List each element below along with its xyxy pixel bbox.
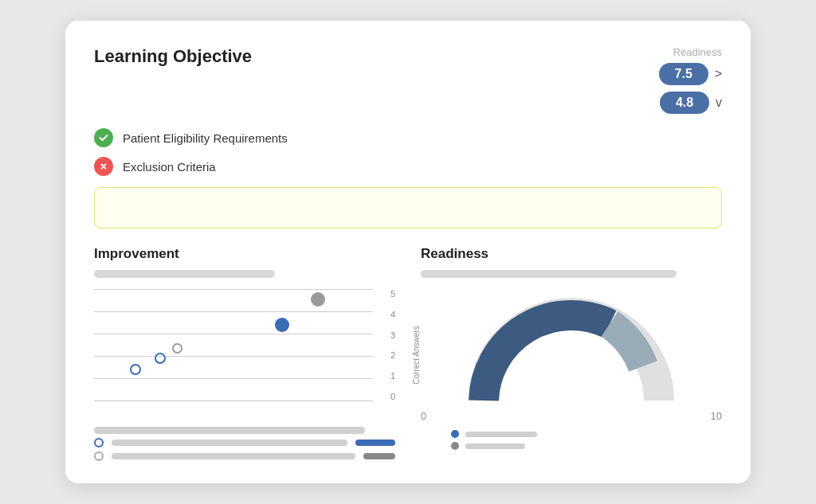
grid-line-4 (94, 311, 373, 312)
legend-bar-gray (112, 453, 355, 459)
y-label-2: 2 (390, 350, 395, 360)
improvement-bar-placeholder (94, 270, 275, 278)
readiness-bar-placeholder (421, 270, 677, 278)
rl-line-blue (465, 432, 537, 437)
criteria-item-exclusion: Exclusion Criteria (94, 157, 722, 176)
chevron-down-icon[interactable]: v (716, 96, 722, 110)
grid-line-1 (94, 378, 373, 379)
readiness-badge-2: 4.8 (660, 92, 709, 114)
rl-dot-blue (451, 430, 459, 438)
page-title: Learning Objective (94, 46, 252, 67)
readiness-legend (451, 430, 537, 450)
check-icon (94, 128, 113, 147)
grid-line-0 (94, 400, 373, 401)
rl-line-gray (465, 443, 525, 449)
readiness-row-2: 4.8 v (660, 92, 722, 114)
chevron-right-icon[interactable]: > (715, 67, 722, 81)
y-label-5: 5 (390, 289, 395, 299)
improvement-title: Improvement (94, 246, 395, 262)
readiness-label: Readiness (659, 46, 722, 58)
y-label-3: 3 (390, 330, 395, 340)
gauge-container: 0 10 (421, 289, 722, 450)
header-row: Learning Objective Readiness 7.5 > 4.8 v (94, 46, 722, 114)
criteria-list: Patient Eligibility Requirements Exclusi… (94, 128, 722, 176)
highlight-box (94, 187, 722, 229)
legend-bar-gray-accent (363, 453, 395, 459)
legend-row-2 (94, 451, 395, 461)
y-label-4: 4 (390, 310, 395, 319)
grid-line-5 (94, 289, 373, 290)
readiness-panel-title: Readiness (421, 246, 722, 262)
grid-line-3 (94, 334, 373, 334)
legend-dot-blue (94, 438, 104, 447)
bottom-section: Improvement 5 (94, 246, 722, 461)
main-card: Learning Objective Readiness 7.5 > 4.8 v (65, 21, 751, 483)
legend-bar-full (94, 427, 365, 434)
y-axis-label: Correct Answers (412, 326, 421, 384)
gauge-max-label: 10 (711, 410, 722, 422)
legend-row-1 (94, 438, 395, 447)
y-label-1: 1 (390, 371, 395, 381)
readiness-header: Readiness 7.5 > 4.8 v (659, 46, 722, 114)
gauge-min-label: 0 (421, 410, 426, 422)
y-label-0: 0 (390, 392, 395, 401)
readiness-row-1: 7.5 > (659, 63, 722, 85)
readiness-badge-1: 7.5 (659, 63, 708, 85)
criteria-item-eligibility: Patient Eligibility Requirements (94, 128, 722, 147)
x-icon (94, 157, 113, 176)
gauge-labels: 0 10 (421, 410, 722, 422)
rl-row-2 (451, 442, 537, 450)
improvement-legend (94, 427, 395, 461)
improvement-panel: Improvement 5 (94, 246, 395, 461)
y-labels: 5 4 3 2 1 0 (378, 289, 395, 401)
legend-bar-blue (112, 440, 347, 446)
legend-bar-blue-accent (355, 440, 395, 446)
exclusion-label: Exclusion Criteria (123, 160, 216, 174)
eligibility-label: Patient Eligibility Requirements (123, 131, 288, 145)
dot-blue-mid (275, 318, 289, 332)
legend-dot-gray (94, 451, 104, 461)
rl-dot-gray (451, 442, 459, 450)
grid-line-2 (94, 356, 373, 357)
rl-row-1 (451, 430, 537, 438)
readiness-panel: Readiness 0 10 (421, 246, 722, 461)
gauge-svg (468, 289, 675, 407)
dot-blue-outline-1 (155, 353, 166, 364)
readiness-scores: 7.5 > 4.8 v (659, 63, 722, 114)
